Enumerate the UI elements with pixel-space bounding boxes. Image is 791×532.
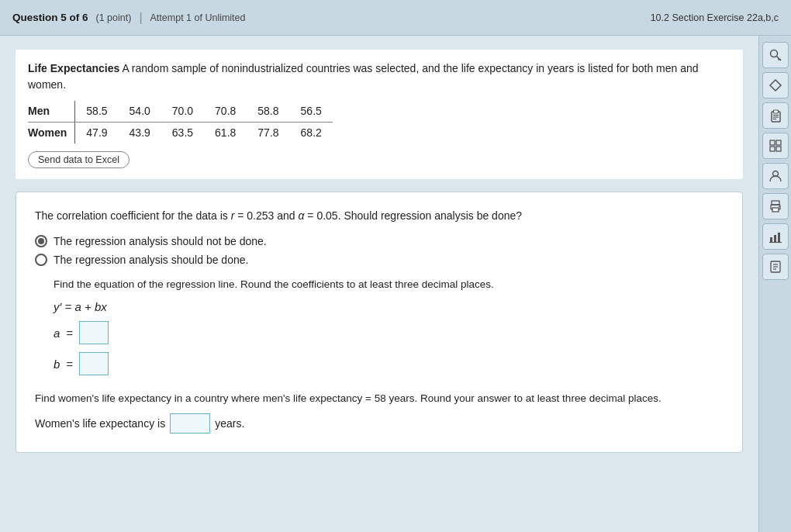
b-input-row: b = [54, 352, 724, 375]
data-table: Men 58.5 54.0 70.0 70.8 58.8 56.5 Women … [28, 101, 333, 143]
correlation-statement: The correlation coefficient for the data… [35, 208, 724, 224]
men-val-2: 54.0 [119, 101, 161, 123]
b-equals: = [66, 358, 73, 371]
svg-rect-13 [776, 147, 781, 151]
attempt-label: Attempt 1 of Unlimited [150, 12, 246, 23]
b-input[interactable] [79, 352, 109, 375]
radio-label-1: The regression analysis should not be do… [54, 235, 267, 247]
problem-title: Life Expectancies [28, 62, 119, 74]
svg-rect-17 [772, 208, 779, 212]
svg-rect-10 [770, 140, 775, 145]
svg-point-0 [770, 50, 777, 57]
women-instruction: Find women's life expectancy in a countr… [35, 391, 724, 406]
women-answer-row: Women's life expectancy is years. [35, 413, 724, 434]
radio-group: The regression analysis should not be do… [35, 235, 724, 266]
svg-rect-21 [778, 233, 780, 242]
header-left: Question 5 of 6 (1 point) | Attempt 1 of… [12, 11, 246, 25]
women-val-3: 63.5 [161, 123, 204, 144]
a-input[interactable] [79, 321, 109, 344]
chart-icon [769, 230, 782, 244]
women-answer-prefix: Women's life expectancy is [35, 417, 165, 430]
person-icon [769, 169, 782, 183]
header-bar: Question 5 of 6 (1 point) | Attempt 1 of… [0, 0, 791, 36]
svg-rect-15 [772, 201, 779, 205]
radio-circle-1 [35, 235, 47, 247]
section-ref: 10.2 Section Exercise 22a,b,c [651, 12, 779, 23]
women-label: Women [28, 123, 75, 144]
key-button[interactable] [762, 42, 789, 68]
men-label: Men [28, 101, 75, 123]
regression-instruction: Find the equation of the regression line… [54, 277, 724, 292]
key-icon [769, 48, 782, 62]
svg-rect-20 [774, 235, 776, 242]
women-val-5: 77.8 [247, 123, 289, 144]
table-row: Men 58.5 54.0 70.0 70.8 58.8 56.5 [28, 101, 333, 123]
problem-description: Life Expectancies A random sample of non… [28, 60, 731, 93]
clipboard-icon [769, 109, 782, 123]
a-input-row: a = [54, 321, 724, 344]
men-val-5: 58.8 [247, 101, 289, 123]
person-button[interactable] [762, 163, 789, 189]
regression-subsection: Find the equation of the regression line… [54, 277, 724, 375]
men-val-1: 58.5 [75, 101, 119, 123]
table-row: Women 47.9 43.9 63.5 61.8 77.8 68.2 [28, 123, 333, 144]
a-label: a [54, 326, 60, 340]
diamond-icon [769, 78, 782, 92]
svg-rect-12 [770, 147, 775, 151]
print-button[interactable] [762, 193, 789, 219]
send-to-excel-button[interactable]: Send data to Excel [28, 151, 130, 168]
radio-circle-2 [35, 254, 47, 266]
women-val-2: 43.9 [119, 123, 161, 144]
problem-desc-text: A random sample of nonindustrialized cou… [28, 62, 699, 91]
grid-icon [769, 139, 782, 153]
women-expectancy-input[interactable] [170, 413, 210, 434]
men-val-4: 70.8 [204, 101, 247, 123]
b-label: b [54, 358, 60, 371]
data-table-wrap: Men 58.5 54.0 70.0 70.8 58.8 56.5 Women … [28, 101, 731, 143]
women-val-1: 47.9 [75, 123, 119, 144]
women-expectancy-section: Find women's life expectancy in a countr… [35, 391, 724, 433]
svg-rect-19 [770, 237, 772, 242]
notes-icon [769, 260, 782, 274]
men-val-3: 70.0 [161, 101, 204, 123]
center-area: Life Expectancies A random sample of non… [0, 36, 758, 532]
notes-button[interactable] [762, 254, 789, 280]
men-val-6: 56.5 [290, 101, 333, 123]
radio-option-2[interactable]: The regression analysis should be done. [35, 254, 724, 266]
grid-button[interactable] [762, 133, 789, 159]
radio-label-2: The regression analysis should be done. [54, 254, 248, 266]
svg-point-18 [778, 206, 779, 208]
a-equals: = [66, 326, 73, 340]
svg-rect-6 [773, 110, 778, 113]
regression-formula: y′ = a + bx [54, 300, 724, 313]
svg-marker-4 [770, 80, 781, 91]
question-label: Question 5 of 6 [12, 12, 88, 23]
women-val-4: 61.8 [204, 123, 247, 144]
point-label: (1 point) [96, 12, 132, 23]
women-answer-suffix: years. [215, 417, 244, 430]
svg-rect-11 [776, 140, 781, 145]
radio-option-1[interactable]: The regression analysis should not be do… [35, 235, 724, 247]
diamond-button[interactable] [762, 72, 789, 98]
question-box: The correlation coefficient for the data… [16, 192, 743, 453]
header-divider: | [139, 11, 142, 25]
clipboard-button[interactable] [762, 102, 789, 129]
chart-button[interactable] [762, 223, 789, 250]
women-val-6: 68.2 [290, 123, 333, 144]
main-content: Life Expectancies A random sample of non… [0, 36, 791, 532]
print-icon [769, 199, 782, 213]
problem-statement: Life Expectancies A random sample of non… [16, 50, 743, 179]
right-toolbar [758, 36, 791, 532]
